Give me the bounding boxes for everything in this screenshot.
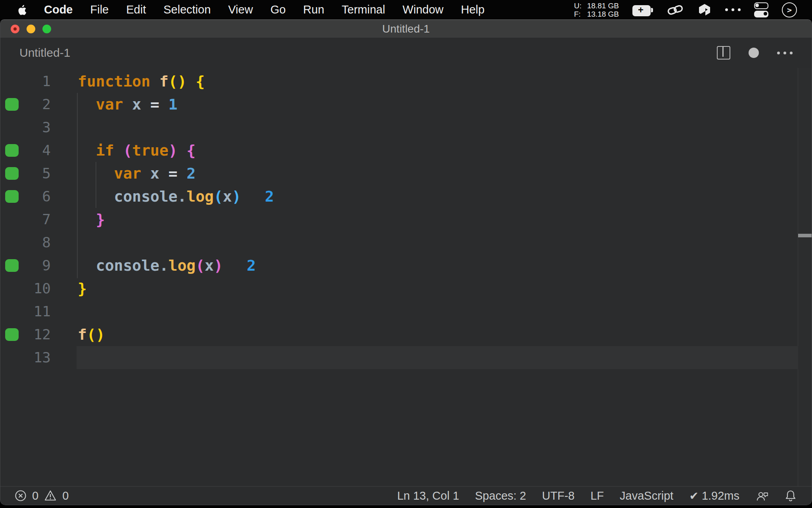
code-text: } [78, 277, 87, 300]
menu-item-edit[interactable]: Edit [126, 3, 146, 16]
menu-bar: Code File Edit Selection View Go Run Ter… [0, 0, 812, 19]
line-number: 1 [0, 70, 51, 93]
cube-icon[interactable] [697, 3, 712, 17]
split-editor-icon[interactable] [717, 46, 730, 60]
vscode-window: Untitled-1 Untitled-1 1function f() {2 v… [0, 19, 812, 505]
menu-item-go[interactable]: Go [270, 3, 286, 16]
code-text: console.log(x)2 [78, 254, 256, 277]
code-line[interactable]: 13 [0, 346, 812, 369]
cursor-position[interactable]: Ln 13, Col 1 [397, 489, 459, 502]
code-line[interactable]: 10} [0, 277, 812, 300]
code-text: if (true) { [78, 139, 196, 162]
code-line[interactable]: 6 console.log(x)2 [0, 185, 812, 208]
menu-item-terminal[interactable]: Terminal [342, 3, 385, 16]
status-bar: 0 0 Ln 13, Col 1 Spaces: 2 UTF-8 LF Java… [0, 486, 812, 505]
language-mode[interactable]: JavaScript [620, 489, 673, 502]
code-line[interactable]: 2 var x = 1 [0, 93, 812, 116]
line-number: 11 [0, 300, 51, 323]
ellipsis-icon[interactable] [725, 8, 741, 11]
memory-used-label: U: [574, 2, 582, 10]
line-number: 8 [0, 231, 51, 254]
code-line[interactable]: 7 } [0, 208, 812, 231]
code-text: var x = 2 [78, 162, 196, 185]
editor-actions [717, 38, 793, 68]
menu-item-view[interactable]: View [228, 3, 253, 16]
problems-indicator[interactable]: 0 0 [0, 489, 69, 502]
line-number: 12 [0, 323, 51, 346]
quokka-inline-value: 2 [265, 188, 274, 205]
code-line[interactable]: 8 [0, 231, 812, 254]
status-bar-right: Ln 13, Col 1 Spaces: 2 UTF-8 LF JavaScri… [397, 487, 797, 505]
memory-free-label: F: [574, 10, 582, 18]
memory-usage-readout[interactable]: U: 18.81 GB F: 13.18 GB [574, 2, 619, 18]
code-text: function f() { [78, 70, 205, 93]
screen: Code File Edit Selection View Go Run Ter… [0, 0, 812, 508]
warning-count: 0 [62, 489, 69, 502]
code-line[interactable]: 5 var x = 2 [0, 162, 812, 185]
traffic-lights [11, 25, 51, 33]
control-center-icon[interactable] [754, 2, 768, 17]
zoom-button[interactable] [42, 25, 51, 33]
line-number: 7 [0, 208, 51, 231]
menu-item-code[interactable]: Code [44, 3, 73, 16]
menu-item-window[interactable]: Window [402, 3, 443, 16]
line-number: 13 [0, 346, 51, 369]
eol-setting[interactable]: LF [590, 489, 604, 502]
menu-item-help[interactable]: Help [461, 3, 485, 16]
line-number: 3 [0, 116, 51, 139]
line-number: 5 [0, 162, 51, 185]
quokka-status[interactable]: ✔ 1.92ms [689, 489, 739, 502]
error-icon [15, 490, 27, 502]
error-count: 0 [32, 489, 38, 502]
line-number: 10 [0, 277, 51, 300]
line-number: 2 [0, 93, 51, 116]
ruler-cursor-marker [798, 234, 812, 237]
code-text: } [78, 208, 105, 231]
code-lines: 1function f() {2 var x = 134 if (true) {… [0, 70, 812, 369]
menu-item-run[interactable]: Run [303, 3, 324, 16]
overview-ruler-scrollbar[interactable] [798, 68, 812, 487]
menu-item-file[interactable]: File [90, 3, 109, 16]
line-number: 9 [0, 254, 51, 277]
line-number: 6 [0, 185, 51, 208]
close-button[interactable] [11, 25, 19, 33]
code-text: f() [78, 323, 105, 346]
line-number: 4 [0, 139, 51, 162]
more-actions-icon[interactable] [777, 52, 793, 54]
code-line[interactable]: 11 [0, 300, 812, 323]
notifications-bell-icon[interactable] [785, 489, 797, 502]
unsaved-dot-icon[interactable] [749, 48, 759, 58]
battery-charging-icon[interactable]: + [632, 5, 653, 15]
quokka-time: 1.92ms [702, 489, 739, 502]
menu-bar-status-area: U: 18.81 GB F: 13.18 GB + [574, 0, 797, 19]
code-line[interactable]: 12f() [0, 323, 812, 346]
code-line[interactable]: 1function f() { [0, 70, 812, 93]
code-line[interactable]: 3 [0, 116, 812, 139]
editor-tab-bar: Untitled-1 [0, 38, 812, 68]
circle-chevron-icon[interactable]: > [782, 2, 797, 17]
indentation-setting[interactable]: Spaces: 2 [475, 489, 526, 502]
apple-menu[interactable] [17, 4, 27, 16]
code-text: console.log(x)2 [78, 185, 274, 208]
warning-icon [44, 490, 57, 502]
quokka-inline-value: 2 [247, 257, 256, 274]
current-line-highlight [77, 346, 798, 369]
code-editor[interactable]: 1function f() {2 var x = 134 if (true) {… [0, 68, 812, 487]
code-line[interactable]: 9 console.log(x)2 [0, 254, 812, 277]
memory-free-value: 13.18 GB [587, 10, 619, 18]
code-line[interactable]: 4 if (true) { [0, 139, 812, 162]
link-icon[interactable] [666, 4, 684, 16]
window-title: Untitled-1 [382, 23, 430, 35]
menu-bar-left: Code File Edit Selection View Go Run Ter… [0, 3, 485, 16]
feedback-icon[interactable] [755, 489, 769, 502]
minimize-button[interactable] [27, 25, 35, 33]
apple-icon [17, 4, 27, 16]
memory-used-value: 18.81 GB [587, 2, 619, 10]
encoding-setting[interactable]: UTF-8 [542, 489, 575, 502]
code-text: var x = 1 [78, 93, 178, 116]
tab-untitled-1[interactable]: Untitled-1 [19, 38, 70, 68]
window-title-bar[interactable]: Untitled-1 [0, 20, 812, 38]
menu-item-selection[interactable]: Selection [163, 3, 211, 16]
check-icon: ✔ [689, 489, 698, 502]
